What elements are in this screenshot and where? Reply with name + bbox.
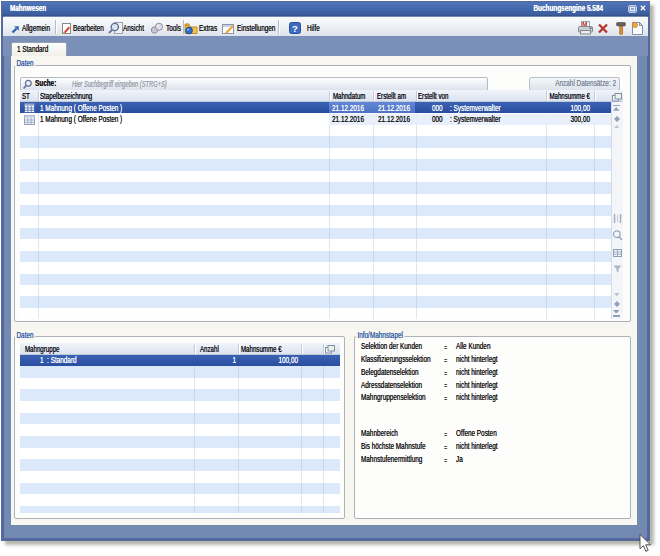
svg-text:?: ? bbox=[292, 22, 298, 33]
